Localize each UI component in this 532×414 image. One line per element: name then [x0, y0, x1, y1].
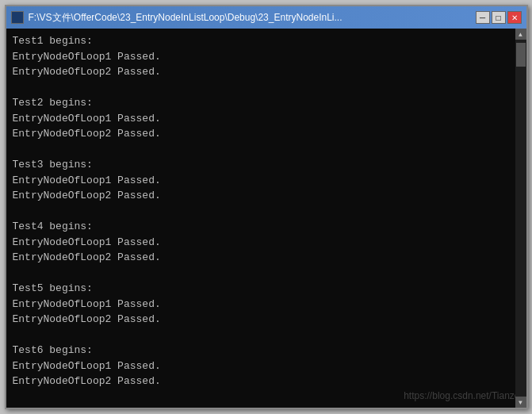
console-line: EntryNodeOfLoop1 Passed. — [13, 49, 520, 65]
scroll-down-button[interactable]: ▼ — [515, 397, 526, 408]
close-button[interactable]: ✕ — [507, 11, 522, 24]
console-line: EntryNodeOfLoop1 Passed. — [13, 111, 520, 127]
console-line: EntryNodeOfLoop1 Passed. — [13, 173, 520, 189]
scrollbar-track[interactable] — [515, 40, 526, 397]
console-line: Test7 begins: — [13, 404, 520, 408]
window-title: F:\VS文件\OfferCode\23_EntryNodeInListLoop… — [29, 11, 476, 25]
title-bar: F:\VS文件\OfferCode\23_EntryNodeInListLoop… — [6, 6, 526, 29]
console-line: Test1 begins: — [13, 33, 520, 49]
console-output: Test1 begins:EntryNodeOfLoop1 Passed.Ent… — [6, 29, 526, 408]
window-icon — [11, 11, 24, 24]
console-line — [13, 142, 520, 158]
window-controls: ─ □ ✕ — [476, 11, 522, 24]
console-line: EntryNodeOfLoop1 Passed. — [13, 358, 520, 374]
scrollbar[interactable]: ▲ ▼ — [515, 29, 526, 408]
minimize-button[interactable]: ─ — [476, 11, 490, 24]
console-line: EntryNodeOfLoop1 Passed. — [13, 297, 520, 312]
scroll-up-button[interactable]: ▲ — [515, 29, 526, 40]
console-line: EntryNodeOfLoop2 Passed. — [13, 312, 520, 328]
console-line: Test4 begins: — [13, 219, 520, 235]
console-line: Test6 begins: — [13, 343, 520, 358]
console-line: EntryNodeOfLoop2 Passed. — [13, 126, 520, 142]
console-line — [13, 266, 520, 282]
console-line: Test3 begins: — [13, 157, 520, 173]
console-line: EntryNodeOfLoop2 Passed. — [13, 250, 520, 266]
console-line: EntryNodeOfLoop2 Passed. — [13, 64, 520, 80]
console-line: Test2 begins: — [13, 95, 520, 111]
console-line — [13, 328, 520, 343]
console-line: EntryNodeOfLoop2 Passed. — [13, 374, 520, 389]
console-line: Test5 begins: — [13, 281, 520, 297]
console-line: EntryNodeOfLoop1 Passed. — [13, 235, 520, 251]
console-line: EntryNodeOfLoop2 Passed. — [13, 188, 520, 204]
console-window: F:\VS文件\OfferCode\23_EntryNodeInListLoop… — [5, 5, 528, 409]
console-line — [13, 80, 520, 96]
restore-button[interactable]: □ — [492, 11, 506, 24]
scrollbar-thumb[interactable] — [516, 43, 526, 67]
watermark: https://blog.csdn.net/Tianze — [404, 390, 519, 401]
console-line — [13, 204, 520, 220]
